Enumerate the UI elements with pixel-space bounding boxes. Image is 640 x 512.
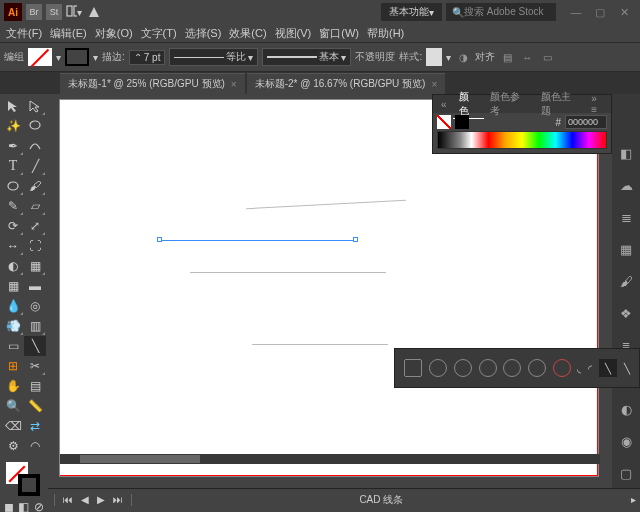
menu-file[interactable]: 文件(F) xyxy=(4,26,44,41)
menu-view[interactable]: 视图(V) xyxy=(273,26,314,41)
stroke-swatch-mini[interactable] xyxy=(455,115,469,129)
eyedropper-tool[interactable]: 💧 xyxy=(2,296,24,316)
align-label[interactable]: 对齐 xyxy=(475,50,495,64)
arrange-docs-icon[interactable]: ▾ xyxy=(66,4,82,20)
width-profile-dd[interactable]: 等比▾ xyxy=(169,48,258,66)
stroke-swatch[interactable] xyxy=(65,48,89,66)
menu-type[interactable]: 文字(T) xyxy=(139,26,179,41)
horizontal-scrollbar[interactable] xyxy=(60,454,600,464)
print-tiling-tool[interactable]: ▤ xyxy=(24,376,46,396)
stroke-weight-input[interactable]: ⌃7 pt xyxy=(129,50,166,65)
eraser-tool[interactable]: ▱ xyxy=(24,196,46,216)
free-transform-tool[interactable]: ⛶ xyxy=(24,236,46,256)
menu-help[interactable]: 帮助(H) xyxy=(365,26,406,41)
artboard-nav-first[interactable]: ⏮ xyxy=(63,494,73,505)
hand-tool[interactable]: ✋ xyxy=(2,376,24,396)
align-icon[interactable]: ▤ xyxy=(499,49,515,65)
cap-round-3-icon[interactable] xyxy=(479,359,497,377)
pen-tool[interactable]: ✒ xyxy=(2,136,24,156)
swatches-panel-icon[interactable]: ▦ xyxy=(617,240,635,258)
gpu-icon[interactable] xyxy=(86,4,102,20)
symbols-panel-icon[interactable]: ❖ xyxy=(617,304,635,322)
scale-tool[interactable]: ⤢ xyxy=(24,216,46,236)
selection-handle[interactable] xyxy=(353,237,358,242)
graph-tool[interactable]: ▥ xyxy=(24,316,46,336)
perspective-tool[interactable]: ▦ xyxy=(24,256,46,276)
slice-tool[interactable]: ✂ xyxy=(24,356,46,376)
selected-path[interactable] xyxy=(160,240,356,241)
spectrum-ramp[interactable] xyxy=(437,131,607,149)
scrollbar-thumb[interactable] xyxy=(80,455,200,463)
cad-grid-tool[interactable]: ⊞ xyxy=(2,356,24,376)
selection-handle[interactable] xyxy=(157,237,162,242)
cap-round-5-icon[interactable] xyxy=(528,359,546,377)
cap-dashed-icon[interactable] xyxy=(553,359,571,377)
rectangle-tool[interactable] xyxy=(2,176,24,196)
hex-input[interactable] xyxy=(565,115,607,129)
transparency-panel-icon[interactable]: ◐ xyxy=(617,400,635,418)
cad-arc-tool[interactable]: ◠ xyxy=(24,436,46,456)
gradient-tool[interactable]: ▬ xyxy=(24,276,46,296)
cap-round-1-icon[interactable] xyxy=(429,359,447,377)
zoom-tool[interactable]: 🔍 xyxy=(2,396,24,416)
shape-builder-tool[interactable]: ◐ xyxy=(2,256,24,276)
properties-panel-icon[interactable]: ◧ xyxy=(617,144,635,162)
arc-1-icon[interactable]: ◟ xyxy=(577,363,581,374)
tab-color-guide[interactable]: 颜色参考 xyxy=(484,90,535,118)
tab-color-theme[interactable]: 颜色主题 xyxy=(535,90,586,118)
stock-badge[interactable]: St xyxy=(46,4,62,20)
menu-edit[interactable]: 编辑(E) xyxy=(48,26,89,41)
artboard-nav-last[interactable]: ⏭ xyxy=(113,494,123,505)
transform-icon[interactable]: ↔ xyxy=(519,49,535,65)
menu-select[interactable]: 选择(S) xyxy=(183,26,224,41)
recolor-icon[interactable]: ◑ xyxy=(455,49,471,65)
curvature-tool[interactable] xyxy=(24,136,46,156)
close-icon[interactable]: × xyxy=(231,79,237,90)
isolate-icon[interactable]: ▭ xyxy=(539,49,555,65)
shaper-tool[interactable]: ✎ xyxy=(2,196,24,216)
layers-panel-icon[interactable]: ≣ xyxy=(617,208,635,226)
cap-round-2-icon[interactable] xyxy=(454,359,472,377)
cad-line-tool[interactable]: ╲ xyxy=(24,336,46,356)
artboard-tool[interactable]: ▭ xyxy=(2,336,24,356)
symbol-sprayer-tool[interactable]: 💨 xyxy=(2,316,24,336)
gradient-mode-icon[interactable]: ◧ xyxy=(17,500,30,512)
none-mode-icon[interactable]: ⊘ xyxy=(33,500,46,512)
opacity-label[interactable]: 不透明度 xyxy=(355,50,395,64)
artboard-nav-prev[interactable]: ◀ xyxy=(81,494,89,505)
canvas[interactable] xyxy=(60,100,598,476)
path-1[interactable] xyxy=(246,200,406,209)
cad-line-options-panel[interactable]: ◟ ◜ ╲ ╲ xyxy=(394,348,640,388)
minimize-button[interactable]: — xyxy=(564,4,588,20)
doc-tab-1[interactable]: 未标题-1* @ 25% (RGB/GPU 预览)× xyxy=(60,73,245,94)
type-tool[interactable]: T xyxy=(2,156,24,176)
menu-window[interactable]: 窗口(W) xyxy=(317,26,361,41)
bridge-badge[interactable]: Br xyxy=(26,4,42,20)
cap-round-4-icon[interactable] xyxy=(503,359,521,377)
fill-stroke-control[interactable] xyxy=(2,460,46,500)
line-style-selected-icon[interactable]: ╲ xyxy=(599,359,617,377)
selection-tool[interactable] xyxy=(2,96,24,116)
mesh-tool[interactable]: ▦ xyxy=(2,276,24,296)
brush-def-dd[interactable]: 基本▾ xyxy=(262,48,351,66)
rotate-tool[interactable]: ⟳ xyxy=(2,216,24,236)
close-icon[interactable]: × xyxy=(431,79,437,90)
brushes-panel-icon[interactable]: 🖌 xyxy=(617,272,635,290)
workspace-switcher[interactable]: 基本功能 ▾ xyxy=(381,3,442,21)
menu-effect[interactable]: 效果(C) xyxy=(227,26,268,41)
lasso-tool[interactable] xyxy=(24,116,46,136)
artboard-nav-next[interactable]: ▶ xyxy=(97,494,105,505)
fill-swatch-mini[interactable] xyxy=(437,115,451,129)
cad-convert-tool[interactable]: ⇄ xyxy=(24,416,46,436)
status-menu-icon[interactable]: ▸ xyxy=(631,494,636,505)
stock-search-field[interactable]: 🔍 搜索 Adobe Stock xyxy=(446,3,556,21)
direct-selection-tool[interactable] xyxy=(24,96,46,116)
cad-erase-tool[interactable]: ⌫ xyxy=(2,416,24,436)
cad-settings-tool[interactable]: ⚙ xyxy=(2,436,24,456)
close-button[interactable]: ✕ xyxy=(612,4,636,20)
doc-tab-2[interactable]: 未标题-2* @ 16.67% (RGB/GPU 预览)× xyxy=(247,73,446,94)
style-swatch[interactable] xyxy=(426,48,442,66)
path-3[interactable] xyxy=(252,344,388,345)
magic-wand-tool[interactable]: ✨ xyxy=(2,116,24,136)
blend-tool[interactable]: ◎ xyxy=(24,296,46,316)
